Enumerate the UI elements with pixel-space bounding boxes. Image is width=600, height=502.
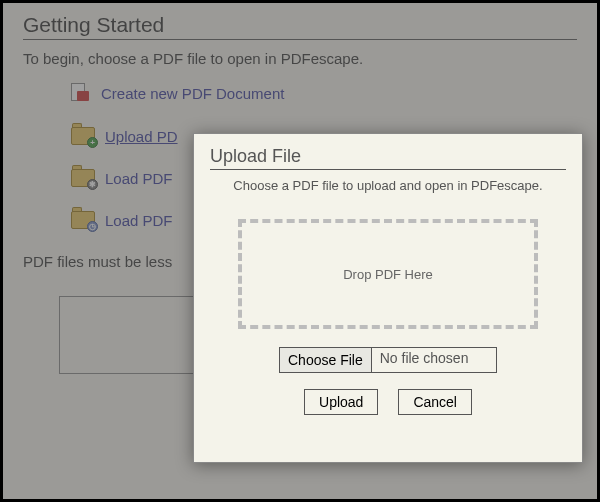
pdf-dropzone[interactable]: Drop PDF Here [238,219,538,329]
choose-file-button[interactable]: Choose File [280,348,372,372]
modal-subtitle: Choose a PDF file to upload and open in … [210,178,566,193]
dropzone-label: Drop PDF Here [343,267,433,282]
modal-title: Upload File [210,146,566,170]
file-input-control: Choose File No file chosen [279,347,497,373]
app-frame: Getting Started To begin, choose a PDF f… [2,2,598,500]
upload-button[interactable]: Upload [304,389,378,415]
modal-button-row: Upload Cancel [210,389,566,415]
upload-file-modal: Upload File Choose a PDF file to upload … [193,133,583,463]
cancel-button[interactable]: Cancel [398,389,472,415]
file-status-text: No file chosen [372,348,496,372]
